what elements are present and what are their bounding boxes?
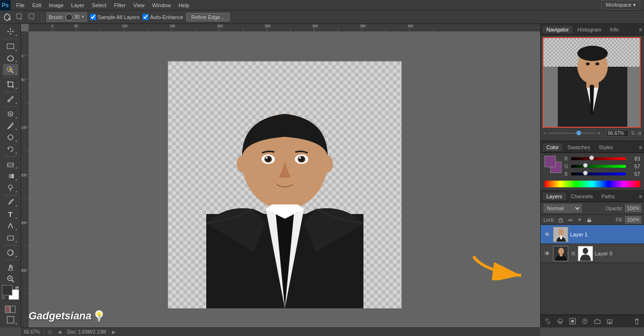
quick-mask-btn[interactable]	[4, 305, 17, 314]
tool-path-select[interactable]: ▸	[3, 220, 18, 232]
menu-edit[interactable]: Edit	[29, 1, 45, 9]
canvas-workspace: 0 50 100 150 200 250 300 350 400	[21, 24, 540, 327]
tool-pen[interactable]: ▸	[3, 197, 18, 208]
tool-healing[interactable]: ▸	[3, 108, 18, 120]
svg-rect-51	[560, 254, 563, 256]
tool-quick-select[interactable]: ⚡ ▸	[3, 64, 18, 75]
tool-crop[interactable]: ▸	[3, 79, 18, 90]
svg-text:150: 150	[21, 173, 27, 177]
tool-history-brush[interactable]: ▸	[3, 143, 18, 155]
tool-shape[interactable]: ▸	[3, 232, 18, 244]
svg-text:200: 200	[217, 24, 223, 28]
tool-dodge[interactable]: ▸	[3, 182, 18, 193]
zoom-slider-thumb[interactable]	[576, 131, 581, 135]
status-zoom-fit[interactable]: ⊡	[48, 329, 52, 335]
add-mask-btn[interactable]	[568, 317, 577, 326]
tool-brush[interactable]: ▸	[3, 120, 18, 132]
tool-eraser[interactable]: ▸	[3, 158, 18, 170]
layer-1-thumbnail	[553, 227, 568, 242]
auto-enhance-checkbox[interactable]: Auto-Enhance	[142, 14, 183, 20]
tool-zoom[interactable]	[3, 274, 18, 285]
add-adjustment-btn[interactable]	[581, 317, 589, 326]
tool-type[interactable]: T ▸	[3, 208, 18, 220]
menu-file[interactable]: File	[12, 1, 29, 9]
add-layer-style-btn[interactable]: fx	[556, 317, 564, 326]
color-options-btn[interactable]: ≡	[639, 144, 642, 150]
tool-3d[interactable]: ▸	[3, 247, 18, 258]
delete-layer-btn[interactable]	[633, 317, 641, 326]
menu-filter[interactable]: Filter	[110, 1, 129, 9]
sample-all-layers-checkbox[interactable]: Sample All Layers	[90, 14, 140, 20]
workspace-button[interactable]: Workspace ▾	[601, 0, 640, 10]
svg-line-23	[12, 280, 14, 282]
zoom-in-icon[interactable]: +	[597, 131, 600, 136]
quick-select-icon[interactable]	[3, 12, 12, 22]
ps-logo: Ps	[0, 0, 10, 10]
blend-mode-select[interactable]: Normal Dissolve Multiply Screen Overlay	[543, 204, 582, 213]
swap-colors-icon[interactable]: ⇄	[15, 285, 19, 290]
tab-swatches[interactable]: Swatches	[564, 143, 594, 151]
menu-view[interactable]: View	[130, 1, 149, 9]
reset-colors-icon[interactable]: ⊡	[2, 296, 5, 300]
screen-mode-btn[interactable]: ▸	[3, 314, 18, 326]
status-scroll-right[interactable]: ▶	[112, 329, 116, 335]
create-layer-btn[interactable]	[605, 317, 614, 326]
menu-select[interactable]: Select	[88, 1, 111, 9]
menu-image[interactable]: Image	[45, 1, 68, 9]
tab-channels[interactable]: Channels	[567, 193, 596, 200]
tool-lasso[interactable]: ▸	[3, 52, 18, 64]
subtract-selection-icon[interactable]: -	[28, 12, 37, 22]
blue-slider-thumb[interactable]	[583, 171, 588, 175]
tool-move[interactable]: ▸	[3, 26, 18, 37]
tab-layers[interactable]: Layers	[543, 193, 566, 200]
create-group-btn[interactable]	[593, 317, 602, 326]
green-slider-track[interactable]	[571, 165, 626, 168]
layer-row-0[interactable]: 👁 ⛓	[541, 244, 644, 263]
zoom-input-end[interactable]: ⇉	[637, 130, 641, 136]
menu-layer[interactable]: Layer	[67, 1, 88, 9]
green-slider-thumb[interactable]	[583, 163, 588, 168]
tool-eyedropper[interactable]: ▸	[3, 93, 18, 105]
svg-text:50: 50	[74, 24, 78, 28]
layer-row-1[interactable]: 👁 Layer 1	[541, 225, 644, 244]
zoom-slider[interactable]	[548, 132, 595, 134]
tool-marquee[interactable]: ▸	[3, 41, 18, 52]
fill-input[interactable]	[625, 216, 641, 224]
zoom-out-icon[interactable]: −	[543, 131, 546, 136]
tab-info[interactable]: Info	[606, 26, 622, 33]
color-fg-swatch[interactable]	[544, 156, 556, 167]
tool-clone-stamp[interactable]: ▸	[3, 132, 18, 143]
add-selection-icon[interactable]: +	[15, 12, 25, 22]
link-layers-btn[interactable]	[543, 317, 552, 326]
lock-image-icon[interactable]	[566, 216, 574, 224]
lock-transparent-icon[interactable]	[557, 216, 564, 224]
status-sep-1	[44, 329, 44, 335]
tab-color[interactable]: Color	[543, 143, 563, 151]
red-slider-thumb[interactable]	[589, 155, 594, 160]
refine-edge-button[interactable]: Refine Edge...	[186, 13, 230, 21]
layers-options-btn[interactable]: ≡	[639, 193, 642, 199]
lock-all-icon[interactable]	[585, 216, 593, 224]
color-spectrum[interactable]	[544, 181, 640, 187]
menu-help[interactable]: Help	[175, 1, 193, 9]
tool-gradient[interactable]: ▸	[3, 170, 18, 182]
layer-0-visibility[interactable]: 👁	[543, 250, 551, 257]
tool-hand[interactable]	[3, 262, 18, 273]
tab-styles[interactable]: Styles	[595, 143, 617, 151]
svg-text:⚡: ⚡	[8, 67, 12, 71]
status-scroll-left[interactable]: ◀	[58, 329, 61, 335]
brush-selector[interactable]: Brush: 30 ▼	[46, 12, 87, 22]
tab-paths[interactable]: Paths	[598, 193, 619, 200]
navigator-options-btn[interactable]: ≡	[639, 27, 642, 32]
tab-histogram[interactable]: Histogram	[574, 26, 605, 33]
red-slider-track[interactable]	[571, 157, 626, 160]
opacity-input[interactable]	[625, 204, 641, 212]
lock-position-icon[interactable]	[576, 216, 584, 224]
layer-1-visibility[interactable]: 👁	[543, 231, 551, 238]
foreground-color-swatch[interactable]	[2, 285, 12, 295]
zoom-value-input[interactable]	[606, 130, 629, 137]
zoom-input-arrows[interactable]: ⇅	[631, 130, 635, 136]
blue-slider-track[interactable]	[571, 173, 626, 175]
menu-window[interactable]: Window	[149, 1, 175, 9]
tab-navigator[interactable]: Navigator	[543, 26, 573, 33]
